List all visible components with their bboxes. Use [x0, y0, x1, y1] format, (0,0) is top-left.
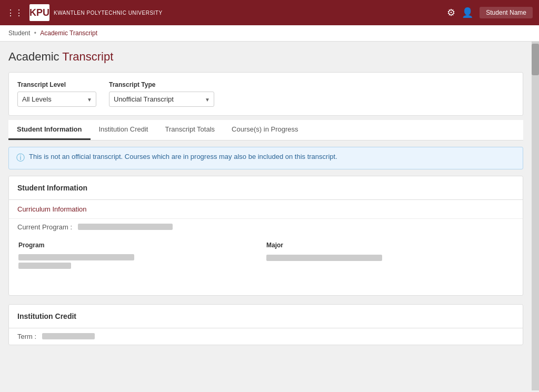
- major-value-blurred: [266, 255, 382, 261]
- content-area: Academic Transcript Transcript Level All…: [0, 42, 532, 390]
- grid-icon[interactable]: ⋮⋮: [6, 8, 23, 18]
- tab-student-information[interactable]: Student Information: [8, 120, 91, 140]
- breadcrumb: Student • Academic Transcript: [0, 25, 539, 42]
- program-value-cell: [18, 253, 265, 270]
- scrollbar[interactable]: [532, 42, 539, 390]
- alert-message: This is not an official transcript. Cour…: [29, 153, 337, 160]
- breadcrumb-current: Academic Transcript: [40, 29, 97, 37]
- transcript-level-select[interactable]: All Levels Undergraduate Graduate: [17, 92, 96, 107]
- filter-bar: Transcript Level All Levels Undergraduat…: [8, 72, 523, 116]
- tab-institution-credit[interactable]: Institution Credit: [91, 120, 157, 140]
- tab-transcript-totals[interactable]: Transcript Totals: [156, 120, 223, 140]
- logo-box: KPU: [29, 4, 49, 21]
- current-program-label: Current Program :: [17, 223, 72, 231]
- logo-text: KPU: [29, 7, 49, 18]
- user-profile-button[interactable]: 👤: [462, 7, 473, 18]
- term-value-blurred: [42, 333, 95, 339]
- student-information-card: Student Information Curriculum Informati…: [8, 176, 523, 296]
- breadcrumb-separator: •: [34, 29, 38, 37]
- tab-courses-in-progress[interactable]: Course(s) in Progress: [223, 120, 306, 140]
- current-program-value: [78, 224, 173, 230]
- term-label: Term :: [17, 333, 36, 340]
- program-major-table: Program Major: [9, 235, 523, 279]
- institution-credit-card: Institution Credit Term :: [8, 304, 523, 345]
- institution-credit-body: Term :: [9, 328, 523, 345]
- alert-box: ⓘ This is not an official transcript. Co…: [8, 147, 523, 169]
- settings-button[interactable]: ⚙: [447, 7, 455, 18]
- topbar-left: ⋮⋮ KPU KWANTLEN POLYTECHNIC UNIVERSITY: [6, 4, 163, 21]
- tabs-bar: Student Information Institution Credit T…: [8, 120, 523, 140]
- page-title: Academic Transcript: [8, 50, 523, 64]
- info-icon: ⓘ: [16, 153, 25, 164]
- term-row: Term :: [9, 328, 523, 345]
- main-content: Academic Transcript Transcript Level All…: [0, 42, 532, 390]
- current-program-row: Current Program :: [9, 219, 523, 235]
- transcript-level-wrapper: All Levels Undergraduate Graduate: [17, 92, 96, 107]
- topbar-right: ⚙ 👤 Student Name: [447, 7, 533, 18]
- transcript-level-group: Transcript Level All Levels Undergraduat…: [17, 81, 96, 107]
- scrollbar-handle[interactable]: [532, 44, 539, 75]
- major-value-cell: [266, 253, 513, 270]
- logo-area: KPU KWANTLEN POLYTECHNIC UNIVERSITY: [29, 4, 163, 21]
- user-name-button[interactable]: Student Name: [480, 7, 533, 18]
- program-line-1: [18, 254, 134, 260]
- curriculum-label: Curriculum Information: [17, 205, 87, 213]
- institution-credit-header: Institution Credit: [9, 305, 523, 328]
- program-value-blurred: [18, 254, 265, 269]
- transcript-type-select[interactable]: Unofficial Transcript Official Transcrip…: [109, 92, 214, 107]
- curriculum-row: Curriculum Information: [9, 200, 523, 219]
- program-line-2: [18, 263, 71, 269]
- table-row: [18, 253, 513, 270]
- transcript-type-wrapper: Unofficial Transcript Official Transcrip…: [109, 92, 214, 107]
- student-info-header: Student Information: [9, 176, 523, 200]
- student-info-body: Curriculum Information Current Program :…: [9, 200, 523, 295]
- program-col-header: Program: [18, 240, 265, 252]
- major-col-header: Major: [266, 240, 513, 252]
- transcript-type-label: Transcript Type: [109, 81, 214, 88]
- institution-name: KWANTLEN POLYTECHNIC UNIVERSITY: [54, 10, 163, 16]
- transcript-level-label: Transcript Level: [17, 81, 96, 88]
- transcript-type-group: Transcript Type Unofficial Transcript Of…: [109, 81, 214, 107]
- topbar: ⋮⋮ KPU KWANTLEN POLYTECHNIC UNIVERSITY ⚙…: [0, 0, 539, 25]
- breadcrumb-student[interactable]: Student: [8, 29, 30, 37]
